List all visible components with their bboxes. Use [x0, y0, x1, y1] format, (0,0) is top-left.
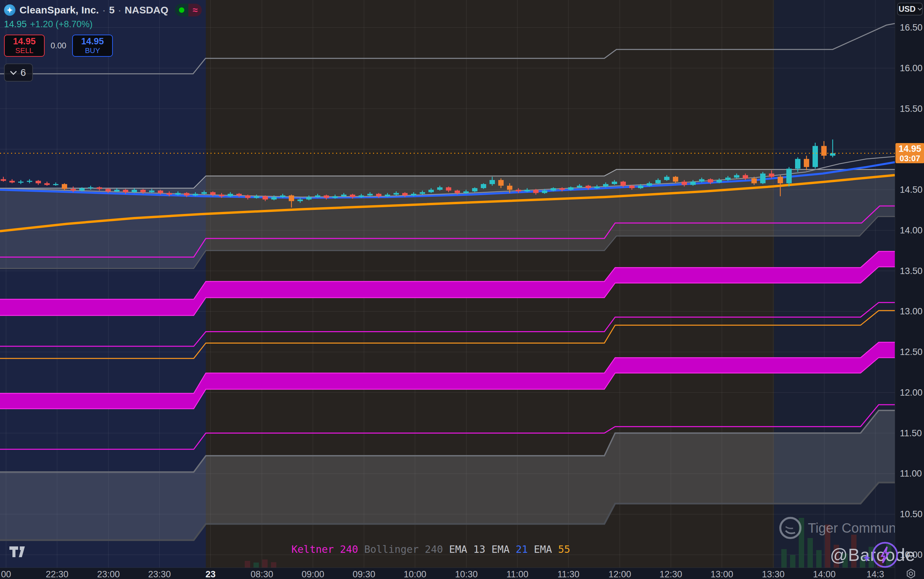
price-axis-label: 10.50 — [900, 509, 922, 520]
sell-label: SELL — [15, 46, 34, 55]
barcode-logo-icon — [871, 541, 899, 569]
time-axis-label: 00 — [1, 569, 11, 579]
indicator-legend-item[interactable]: EMA — [449, 543, 467, 555]
time-axis-label: 23:30 — [148, 569, 171, 579]
interval-label[interactable]: 5 — [109, 4, 115, 16]
time-axis-label: 11:00 — [506, 569, 529, 579]
exchange-label[interactable]: NASDAQ — [124, 4, 168, 16]
buy-label: BUY — [85, 46, 100, 55]
time-axis-label: 23:00 — [97, 569, 120, 579]
time-axis-label: 14:3 — [867, 569, 884, 579]
price-axis[interactable]: USD 14.95 03:07 16.5016.0015.5015.0014.5… — [895, 0, 924, 579]
indicator-legend-item[interactable]: Keltner — [291, 543, 334, 555]
time-axis-label: 12:00 — [608, 569, 631, 579]
indicator-legend-item[interactable]: 21 — [516, 543, 528, 555]
price-axis-label: 12.00 — [900, 388, 922, 398]
indicator-legend-item[interactable]: Bollinger — [364, 543, 419, 555]
sparkle-icon — [862, 553, 871, 562]
indicator-legend-item[interactable]: 240 — [340, 543, 358, 555]
time-axis-label: 09:30 — [353, 569, 375, 579]
tiger-logo-icon — [778, 515, 803, 541]
price-axis-label: 16.50 — [900, 23, 922, 33]
price-axis-label: 15.50 — [900, 104, 922, 114]
indicator-legend-item[interactable]: 240 — [425, 543, 443, 555]
current-price-value: 14.95 — [898, 144, 921, 154]
time-axis-label: 14:00 — [813, 569, 836, 579]
bars-count-value: 6 — [21, 67, 26, 78]
tiger-community-watermark: Tiger Community — [778, 515, 909, 541]
time-axis-label: 10:00 — [403, 569, 426, 579]
last-price: 14.95 — [4, 19, 27, 29]
price-axis-label: 11.50 — [900, 428, 922, 438]
time-axis[interactable]: 0022:3023:0023:302308:3009:0009:3010:001… — [0, 568, 924, 579]
price-axis-label: 13.50 — [900, 266, 922, 276]
time-axis-label: 11:30 — [557, 569, 580, 579]
currency-dropdown[interactable]: USD — [897, 3, 922, 15]
current-price-tag: 14.95 03:07 — [895, 143, 924, 163]
title-separator: · — [118, 4, 121, 16]
market-open-dot-icon — [175, 4, 188, 16]
buy-price: 14.95 — [81, 36, 104, 46]
plot-area — [0, 0, 895, 568]
chevron-down-icon — [10, 68, 17, 75]
tradingview-logo-icon[interactable] — [9, 545, 29, 558]
price-axis-label: 13.00 — [900, 306, 922, 317]
chart-canvas[interactable] — [0, 0, 924, 579]
chart-legend: CleanSpark, Inc. · 5 · NASDAQ ≈ 14.95+1.… — [4, 3, 202, 82]
indicator-legend: Keltner240Bollinger240EMA13EMA21EMA55 — [291, 543, 570, 555]
time-axis-label: 09:00 — [302, 569, 324, 579]
time-axis-label: 08:30 — [250, 569, 273, 579]
approx-price-icon: ≈ — [188, 4, 202, 16]
buy-button[interactable]: 14.95 BUY — [72, 34, 113, 57]
symbol-logo-icon — [4, 4, 15, 16]
price-axis-label: 14.50 — [900, 185, 922, 195]
indicator-legend-item[interactable]: EMA — [491, 543, 510, 555]
chevron-down-icon — [917, 6, 922, 10]
currency-label: USD — [898, 4, 916, 14]
price-axis-label: 11.00 — [900, 468, 922, 479]
sell-button[interactable]: 14.95 SELL — [4, 34, 45, 57]
time-axis-label: 10:30 — [455, 569, 478, 579]
time-axis-label: 13:00 — [710, 569, 733, 579]
bar-countdown: 03:07 — [900, 154, 920, 163]
time-axis-label: 12:30 — [660, 569, 682, 579]
price-axis-label: 14.00 — [900, 225, 922, 236]
barcode-watermark: @Barcode — [830, 545, 915, 565]
time-axis-label: 22:30 — [46, 569, 69, 579]
sell-price: 14.95 — [13, 36, 36, 46]
price-change-row: 14.95+1.20 (+8.70%) — [4, 19, 202, 29]
spread-value: 0.00 — [45, 41, 72, 51]
symbol-title-row[interactable]: CleanSpark, Inc. · 5 · NASDAQ ≈ — [4, 3, 202, 18]
symbol-name[interactable]: CleanSpark, Inc. — [20, 4, 99, 16]
indicator-legend-item[interactable]: EMA — [534, 543, 552, 555]
price-axis-label: 12.50 — [900, 347, 922, 357]
buy-sell-widget: 14.95 SELL 0.00 14.95 BUY — [4, 34, 202, 57]
indicator-legend-item[interactable]: 55 — [558, 543, 570, 555]
tiger-community-text: Tiger Community — [808, 520, 909, 536]
time-axis-label: 13:30 — [762, 569, 785, 579]
indicator-legend-item[interactable]: 13 — [473, 543, 485, 555]
price-change: +1.20 (+8.70%) — [30, 19, 93, 29]
market-status-capsule[interactable]: ≈ — [175, 4, 202, 16]
price-axis-label: 16.00 — [900, 63, 922, 74]
trading-chart-window: CleanSpark, Inc. · 5 · NASDAQ ≈ 14.95+1.… — [0, 0, 924, 579]
time-axis-label: 23 — [206, 569, 215, 579]
bars-count-dropdown[interactable]: 6 — [4, 64, 33, 82]
title-separator: · — [103, 4, 106, 16]
timezone-settings-icon[interactable] — [906, 568, 916, 579]
